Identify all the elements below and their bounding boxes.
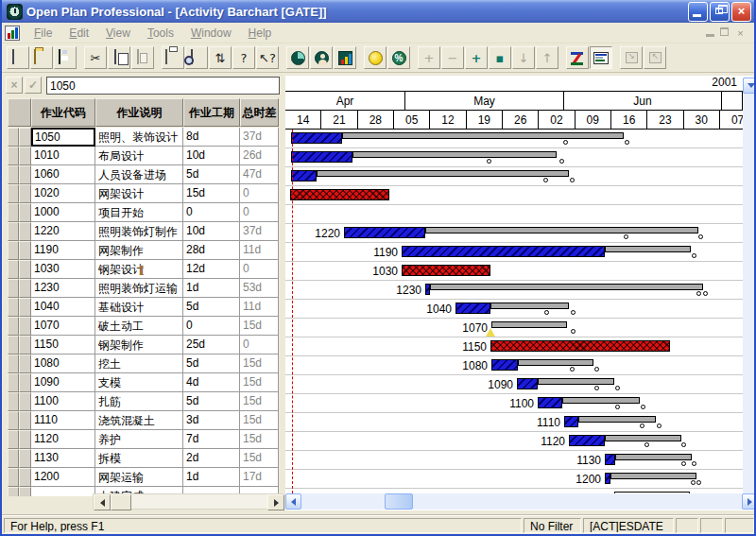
- baseline-bar[interactable]: [317, 170, 569, 177]
- cell-desc[interactable]: 扎筋: [95, 392, 183, 411]
- cell-code[interactable]: 1020: [31, 184, 95, 203]
- restore-window-button[interactable]: [644, 46, 666, 69]
- cell-float[interactable]: 15d: [240, 411, 279, 430]
- cell-code[interactable]: 1190: [31, 241, 95, 260]
- baseline-bar[interactable]: [425, 227, 698, 233]
- row-selector-cell[interactable]: [8, 260, 19, 279]
- baseline-bar[interactable]: [352, 151, 557, 158]
- cell-code[interactable]: 1100: [31, 392, 95, 411]
- progress-bar[interactable]: [517, 378, 538, 389]
- cell-float[interactable]: 53d: [240, 279, 279, 298]
- cell-float[interactable]: 47d: [240, 165, 279, 184]
- cell-code[interactable]: 1150: [31, 336, 95, 354]
- row-selector-cell[interactable]: [8, 373, 19, 392]
- progress-bar[interactable]: [291, 151, 352, 163]
- percent-complete-button[interactable]: %: [387, 46, 410, 69]
- critical-bar[interactable]: [490, 340, 670, 352]
- row-selector-cell[interactable]: [8, 317, 19, 336]
- progress-bar[interactable]: [569, 435, 605, 446]
- cell-float[interactable]: 11d: [240, 241, 279, 260]
- cell-desc[interactable]: 基础设计: [95, 298, 183, 317]
- cell-dur[interactable]: 7d: [183, 430, 240, 449]
- print-preview-button[interactable]: [185, 46, 208, 69]
- cell-desc[interactable]: 照明、装饰设计: [95, 128, 183, 147]
- cell-code[interactable]: 1030: [31, 260, 95, 279]
- expand-window-button[interactable]: [620, 46, 643, 69]
- cell-dur[interactable]: 10d: [183, 222, 240, 241]
- scroll-left-button[interactable]: [285, 493, 301, 510]
- cell-desc[interactable]: 人员设备进场: [95, 165, 183, 184]
- cell-desc[interactable]: 挖土: [95, 354, 183, 373]
- copy-button[interactable]: [108, 46, 130, 69]
- row-selector-cell[interactable]: [19, 373, 31, 392]
- cell-code[interactable]: 1040: [31, 298, 95, 317]
- cell-code[interactable]: 1050: [31, 128, 95, 147]
- cell-code[interactable]: 1220: [31, 222, 95, 241]
- scroll-down-button[interactable]: [743, 78, 756, 94]
- cell-code[interactable]: 1230: [31, 279, 95, 298]
- progress-bar[interactable]: [425, 284, 430, 295]
- row-selector-cell[interactable]: [19, 184, 31, 203]
- cell-dur[interactable]: 1d: [183, 468, 240, 487]
- critical-bar[interactable]: [290, 189, 389, 200]
- cell-float[interactable]: 0: [240, 203, 279, 222]
- cell-desc[interactable]: 网架制作: [95, 241, 183, 260]
- cell-dur[interactable]: 25d: [183, 336, 240, 354]
- baseline-bar[interactable]: [610, 473, 696, 479]
- cell-desc[interactable]: 钢架制作: [95, 336, 183, 354]
- row-selector-cell[interactable]: [8, 354, 19, 373]
- mdi-minimize-icon[interactable]: [706, 27, 714, 37]
- progress-bar[interactable]: [538, 397, 562, 408]
- row-selector-cell[interactable]: [19, 222, 31, 241]
- row-selector-cell[interactable]: [19, 241, 31, 260]
- row-selector-cell[interactable]: [19, 317, 31, 336]
- cell-desc[interactable]: 支模: [95, 373, 183, 392]
- context-help-button[interactable]: ↖?: [256, 46, 279, 69]
- cancel-edit-button[interactable]: ×: [6, 77, 23, 94]
- col-header-float[interactable]: 总时差: [240, 98, 279, 127]
- cell-float[interactable]: 15d: [240, 449, 279, 468]
- menu-file[interactable]: File: [26, 25, 60, 42]
- table-h-scrollbar[interactable]: [93, 493, 284, 510]
- cell-desc[interactable]: 钢架设计: [95, 260, 183, 279]
- scroll-right-button[interactable]: [267, 494, 284, 510]
- barchart-view-button[interactable]: [590, 46, 612, 69]
- cell-float[interactable]: 15d: [240, 354, 279, 373]
- col-header-duration[interactable]: 作业工期: [183, 98, 240, 127]
- delete-row-button[interactable]: −: [441, 46, 464, 69]
- row-selector-cell[interactable]: [8, 203, 19, 222]
- baseline-bar[interactable]: [491, 321, 567, 328]
- minimize-button[interactable]: [688, 2, 708, 22]
- baseline-bar[interactable]: [538, 378, 614, 385]
- progress-bar[interactable]: [344, 227, 425, 238]
- baseline-bar[interactable]: [605, 246, 691, 252]
- cell-desc[interactable]: 布局设计: [95, 147, 183, 165]
- gantt-v-scrollbar[interactable]: [743, 78, 756, 493]
- cell-dur[interactable]: 15d: [183, 184, 240, 203]
- row-selector-cell[interactable]: [19, 165, 31, 184]
- row-selector-cell[interactable]: [8, 298, 19, 317]
- progress-bar[interactable]: [291, 132, 342, 144]
- cell-desc[interactable]: 照明装饰灯制作: [95, 222, 183, 241]
- row-selector-cell[interactable]: [19, 392, 31, 411]
- row-selector-cell[interactable]: [8, 222, 19, 241]
- cell-code[interactable]: 1110: [31, 411, 95, 430]
- cell-float[interactable]: 0: [240, 260, 279, 279]
- time-analysis-button[interactable]: [286, 46, 309, 69]
- row-selector-cell[interactable]: [19, 298, 31, 317]
- baseline-bar[interactable]: [615, 454, 692, 460]
- row-selector-cell[interactable]: [8, 241, 19, 260]
- progress-bar[interactable]: [291, 170, 317, 182]
- row-selector-header[interactable]: [8, 98, 31, 127]
- cell-float[interactable]: 11d: [240, 298, 279, 317]
- col-header-code[interactable]: 作业代码: [31, 98, 95, 127]
- cell-dur[interactable]: 12d: [183, 260, 240, 279]
- cell-desc[interactable]: 养护: [95, 430, 183, 449]
- cell-dur[interactable]: 2d: [183, 449, 240, 468]
- progress-bar[interactable]: [455, 303, 490, 314]
- row-selector-cell[interactable]: [19, 336, 31, 354]
- cell-code[interactable]: 1120: [31, 430, 95, 449]
- restore-button[interactable]: [710, 2, 730, 22]
- row-selector-cell[interactable]: [8, 487, 19, 496]
- cell-float[interactable]: 17d: [240, 468, 279, 487]
